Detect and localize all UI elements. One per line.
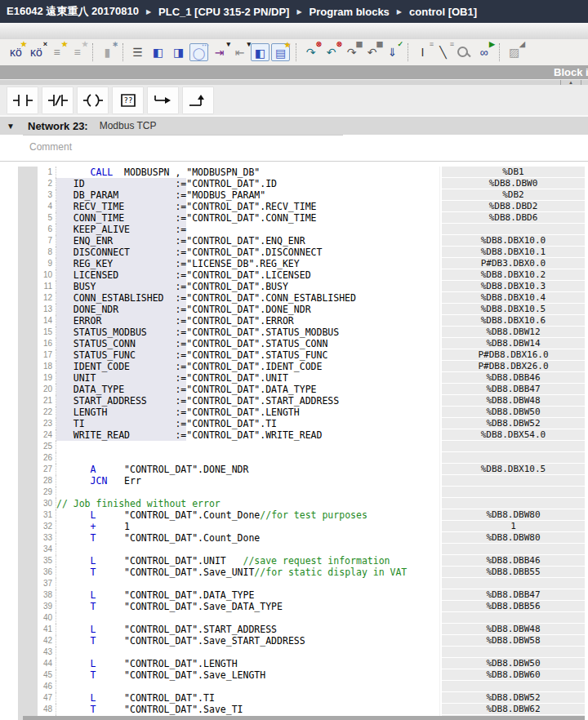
- code-text[interactable]: STATUS_MODBUS :="CONTROL_DAT".STATUS_MOD…: [56, 327, 439, 338]
- code-text[interactable]: CONN_ESTABLISHED :="CONTROL_DAT".CONN_ES…: [56, 292, 439, 304]
- code-text[interactable]: // Job finished without error: [56, 498, 439, 509]
- coil-button[interactable]: [77, 87, 109, 114]
- code-text[interactable]: BUSY :="CONTROL_DAT".BUSY: [56, 281, 439, 292]
- code-text[interactable]: L "CONTROL_DAT".LENGTH: [56, 658, 439, 669]
- insert-box-icon[interactable]: ⇥▾: [210, 43, 229, 61]
- code-text[interactable]: JCN Err: [56, 475, 439, 487]
- code-text[interactable]: STATUS_CONN :="CONTROL_DAT".STATUS_CONN: [56, 338, 439, 349]
- code-text[interactable]: [56, 452, 439, 464]
- close-all-networks-icon[interactable]: ◨: [169, 43, 188, 61]
- code-text[interactable]: TI :="CONTROL_DAT".TI: [56, 418, 439, 429]
- code-text[interactable]: IDENT_CODE :="CONTROL_DAT".IDENT_CODE: [56, 361, 439, 372]
- no-contact-button[interactable]: [7, 87, 38, 114]
- code-text[interactable]: [56, 544, 439, 555]
- line-number: 46: [38, 681, 56, 692]
- discard-changes-icon[interactable]: ↷⊗: [301, 43, 320, 61]
- toolbar-separator: [292, 43, 296, 61]
- operand-address-cell: %DB8.DBX10.0: [442, 235, 585, 246]
- code-line: 44 L "CONTROL_DAT".LENGTH%DB8.DBW50: [38, 658, 588, 669]
- monitoring-glasses-icon[interactable]: ∞▶: [474, 43, 493, 61]
- insert-stl-line-icon[interactable]: ≡★: [47, 43, 66, 61]
- insert-network-icon[interactable]: ĸö★: [7, 43, 25, 61]
- code-text[interactable]: DISCONNECT :="CONTROL_DAT".DISCONNECT: [56, 247, 439, 258]
- code-text[interactable]: [56, 441, 439, 452]
- operand-address-column: %DB2: [439, 189, 585, 201]
- code-text[interactable]: [56, 612, 439, 624]
- code-text[interactable]: CONN_TIME :="CONTROL_DAT".CONN_TIME: [56, 212, 439, 224]
- code-text[interactable]: START_ADDRESS :="CONTROL_DAT".START_ADDR…: [56, 395, 439, 407]
- undo-discard-icon[interactable]: ↶⊗: [322, 43, 341, 61]
- code-text[interactable]: T "CONTROL_DAT".Save_TI: [56, 704, 439, 715]
- line-number: 2: [38, 178, 56, 189]
- code-text[interactable]: L "CONTROL_DAT".TI: [56, 692, 439, 704]
- network-subtitle[interactable]: Modbus TCP: [100, 120, 157, 131]
- code-text[interactable]: L "CONTROL_DAT".UNIT //save request info…: [56, 555, 439, 567]
- insert-box-gray-icon[interactable]: ⇤▾: [230, 43, 249, 61]
- network-comment-box[interactable]: Comment: [0, 135, 588, 162]
- code-text[interactable]: T "CONTROL_DAT".Save_LENGTH: [56, 669, 439, 681]
- control-structure-icon[interactable]: I≡: [413, 43, 432, 61]
- expand-all-networks-icon[interactable]: ☰: [128, 43, 147, 61]
- network-comments-toggle-icon[interactable]: ◯⋯: [189, 43, 208, 61]
- absolute-operand-toggle-icon[interactable]: ◧: [251, 43, 270, 61]
- code-text[interactable]: KEEP_ALIVE :=: [56, 224, 439, 235]
- data-block-icon[interactable]: ▮∗: [98, 43, 117, 61]
- close-branch-button[interactable]: [182, 87, 214, 114]
- line-number: 12: [38, 292, 56, 304]
- code-text[interactable]: [56, 647, 439, 658]
- code-text[interactable]: DATA_TYPE :="CONTROL_DAT".DATA_TYPE: [56, 384, 439, 395]
- operand-address-column: [439, 475, 585, 487]
- toolbar-separator: [88, 43, 93, 61]
- code-text[interactable]: UNIT :="CONTROL_DAT".UNIT: [56, 372, 439, 384]
- open-all-networks-icon[interactable]: ◧: [149, 43, 167, 61]
- code-text[interactable]: WRITE_READ :="CONTROL_DAT".WRITE_READ: [56, 429, 439, 441]
- code-line: 33 T "CONTROL_DAT".Count_Done%DB8.DBW80: [38, 532, 588, 544]
- redo-to-memory-icon[interactable]: ↷▦: [342, 43, 361, 61]
- code-text[interactable]: L "CONTROL_DAT".Count_Done//for test pur…: [56, 509, 439, 521]
- code-text[interactable]: DONE_NDR :="CONTROL_DAT".DONE_NDR: [56, 304, 439, 315]
- code-text[interactable]: [56, 578, 439, 589]
- code-line: 14 ERROR :="CONTROL_DAT".ERROR%DB8.DBX10…: [38, 315, 588, 327]
- code-text[interactable]: L "CONTROL_DAT".START_ADDRESS: [56, 624, 439, 635]
- breadcrumb-item[interactable]: PLC_1 [CPU 315-2 PN/DP]: [158, 6, 289, 18]
- find-replace-icon[interactable]: [454, 43, 473, 61]
- code-text[interactable]: DB_PARAM :="MODBUS_PARAM": [56, 189, 439, 201]
- code-text[interactable]: L "CONTROL_DAT".DATA_TYPE: [56, 589, 439, 601]
- code-text[interactable]: T "CONTROL_DAT".Save_DATA_TYPE: [56, 601, 439, 612]
- code-text[interactable]: ENQ_ENR :="CONTROL_DAT".ENQ_ENR: [56, 235, 439, 247]
- code-text[interactable]: A "CONTROL_DAT".DONE_NDR: [56, 464, 439, 475]
- breadcrumb-item[interactable]: E16042 遠東重八 20170810: [7, 4, 139, 19]
- breadcrumb-item[interactable]: Program blocks: [310, 6, 390, 18]
- code-text[interactable]: ERROR :="CONTROL_DAT".ERROR: [56, 315, 439, 327]
- breadcrumb-item[interactable]: control [OB1]: [409, 6, 477, 18]
- code-text[interactable]: STATUS_FUNC :="CONTROL_DAT".STATUS_FUNC: [56, 349, 439, 361]
- nc-contact-button[interactable]: [42, 87, 74, 114]
- compile-download-icon[interactable]: ⇓✓: [383, 43, 402, 61]
- code-text[interactable]: LENGTH :="CONTROL_DAT".LENGTH: [56, 407, 439, 418]
- code-text[interactable]: + 1: [56, 521, 439, 532]
- code-text[interactable]: REG_KEY :="LICENSE_DB".REG_KEY: [56, 258, 439, 269]
- delete-network-icon[interactable]: ĸö×: [27, 43, 46, 61]
- undo-to-memory-icon[interactable]: ↶▦: [363, 43, 381, 61]
- code-text[interactable]: RECV_TIME :="CONTROL_DAT".RECV_TIME: [56, 201, 439, 212]
- block-interface-pane-header[interactable]: Block in: [0, 65, 588, 79]
- code-text[interactable]: T "CONTROL_DAT".Save_UNIT//for static di…: [56, 567, 439, 578]
- open-branch-button[interactable]: [147, 87, 179, 114]
- code-text[interactable]: LICENSED :="CONTROL_DAT".LICENSED: [56, 269, 439, 281]
- insert-stl-line-alt-icon[interactable]: ≡★: [68, 43, 87, 61]
- collapse-network-icon[interactable]: ▼: [7, 122, 28, 131]
- code-line: 40: [38, 612, 588, 624]
- code-text[interactable]: [56, 487, 439, 498]
- horizontal-scrollbar[interactable]: [23, 716, 585, 720]
- empty-box-button[interactable]: ??: [112, 87, 144, 114]
- code-text[interactable]: T "CONTROL_DAT".Count_Done: [56, 532, 439, 544]
- call-structure-icon[interactable]: ╲≡: [434, 43, 452, 61]
- breadcrumb-separator-icon: ▶: [146, 8, 151, 16]
- code-text[interactable]: [56, 681, 439, 692]
- operand-address-cell: %DB8.DBX10.6: [442, 315, 585, 326]
- favorites-toggle-icon[interactable]: ▤★: [271, 43, 290, 61]
- code-text[interactable]: ID :="CONTROL_DAT".ID: [56, 178, 439, 189]
- block-properties-icon[interactable]: ▨◢: [505, 43, 523, 61]
- code-text[interactable]: CALL MODBUSPN , "MODBUSPN_DB": [56, 167, 439, 178]
- code-text[interactable]: T "CONTROL_DAT".Save_START_ADDRESS: [56, 635, 439, 647]
